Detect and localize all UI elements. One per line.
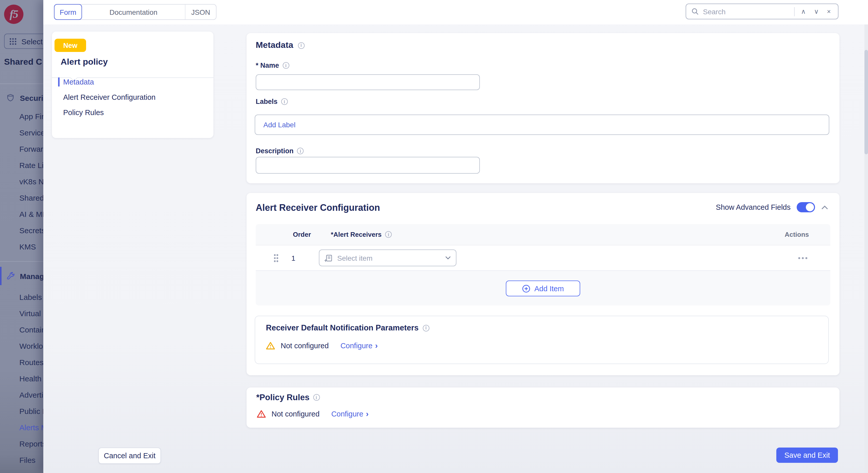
sidebar-item-labels[interactable]: Labels	[0, 289, 43, 305]
row-actions-menu-icon[interactable]	[798, 256, 808, 259]
table-row: 1 Select item	[256, 245, 830, 271]
select-placeholder: Select item	[337, 254, 441, 262]
select-item-icon	[324, 254, 333, 262]
sidebar-item-ai-ml[interactable]: AI & ML	[0, 206, 43, 222]
search-input[interactable]: Search	[703, 7, 790, 15]
receivers-table-footer: Add Item	[256, 271, 830, 306]
search-divider	[795, 7, 795, 16]
description-label: Description	[256, 147, 294, 155]
alert-receiver-configuration-section: Alert Receiver Configuration Show Advanc…	[247, 193, 839, 375]
workspace-title: Shared C	[4, 57, 42, 67]
receiver-defaults-title: Receiver Default Notification Parameters	[266, 323, 419, 333]
sidebar-item-secrets[interactable]: Secrets	[0, 222, 43, 238]
new-badge: New	[55, 39, 86, 52]
row-order-value: 1	[291, 254, 302, 262]
f5-logo-text: f5	[10, 8, 18, 21]
step-policy-rules[interactable]: Policy Rules	[52, 105, 213, 120]
sidebar-item-vk8s-n[interactable]: vK8s N	[0, 173, 43, 189]
info-icon[interactable]: i	[281, 98, 288, 105]
receiver-defaults-configure-link[interactable]: Configure ›	[341, 342, 378, 350]
sidebar-item-public-i[interactable]: Public I	[0, 403, 43, 419]
sidebar-item-files[interactable]: Files	[0, 452, 43, 468]
info-icon[interactable]: i	[385, 231, 392, 238]
shield-icon	[6, 93, 15, 103]
sidebar-item-rate-li[interactable]: Rate Li	[0, 157, 43, 173]
step-alert-receiver-configuration[interactable]: Alert Receiver Configuration	[52, 90, 213, 105]
receivers-table-header: Order *Alert Receivers i Actions	[256, 224, 830, 245]
name-input[interactable]	[256, 74, 480, 90]
search-close-icon[interactable]: ×	[825, 8, 833, 15]
labels-input[interactable]: Add Label	[255, 115, 829, 135]
sidebar-item-forwar[interactable]: Forwar	[0, 140, 43, 157]
chevron-down-icon	[445, 256, 451, 260]
sidebar-item-contain[interactable]: Contain	[0, 321, 43, 338]
sidebar-item-kms[interactable]: KMS	[0, 238, 43, 255]
sidebar-divider	[0, 84, 43, 84]
add-label-button[interactable]: Add Label	[264, 121, 296, 129]
show-advanced-fields-label: Show Advanced Fields	[716, 203, 790, 211]
receivers-table: Order *Alert Receivers i Actions	[256, 224, 830, 306]
scrollbar-track[interactable]	[864, 25, 868, 473]
save-and-exit-button[interactable]: Save and Exit	[776, 447, 838, 463]
sidebar-item-routes[interactable]: Routes	[0, 354, 43, 370]
search-icon	[691, 8, 699, 15]
sidebar-section-label: Securi	[20, 93, 43, 102]
policy-rules-configure-link[interactable]: Configure ›	[331, 410, 369, 418]
policy-rules-section: *Policy Rules i Not configured Configure…	[247, 387, 839, 428]
col-actions: Actions	[785, 231, 809, 238]
labels-label: Labels	[256, 98, 278, 105]
collapse-chevron-icon[interactable]	[821, 205, 828, 210]
info-icon[interactable]: i	[297, 148, 304, 154]
scrollbar-thumb[interactable]	[864, 50, 868, 154]
sidebar-item-health[interactable]: Health	[0, 370, 43, 386]
search-box[interactable]: Search ∧ ∨ ×	[686, 4, 838, 19]
info-icon[interactable]: i	[313, 394, 320, 401]
namespace-select-label: Select	[21, 37, 42, 45]
info-icon[interactable]: i	[423, 324, 429, 331]
sidebar-divider	[0, 261, 43, 262]
receiver-defaults-card: Receiver Default Notification Parameters…	[255, 316, 829, 364]
sidebar-item-alerts-m[interactable]: Alerts M	[0, 419, 43, 435]
col-order: Order	[293, 231, 311, 238]
alert-receiver-select[interactable]: Select item	[319, 250, 457, 266]
sidebar-item-workloa[interactable]: Workloa	[0, 338, 43, 354]
tab-documentation[interactable]: Documentation	[82, 5, 185, 19]
namespace-select-button[interactable]: Select	[4, 34, 43, 49]
tab-form[interactable]: Form	[54, 4, 82, 20]
tab-json[interactable]: JSON	[185, 5, 216, 19]
sidebar-item-virtual[interactable]: Virtual	[0, 305, 43, 321]
error-icon	[257, 410, 266, 418]
sidebar-manage-items: LabelsVirtualContainWorkloaRoutesHealthA…	[0, 289, 43, 468]
form-panel: Form Documentation JSON Search ∧ ∨ × New	[43, 0, 868, 473]
show-advanced-fields-toggle[interactable]	[797, 202, 815, 212]
metadata-title: Metadata	[256, 40, 293, 51]
arc-title: Alert Receiver Configuration	[256, 202, 380, 213]
view-tabs: Form Documentation JSON	[54, 4, 216, 20]
metadata-section: Metadata i * Name i Labels i Add Label D…	[247, 33, 839, 183]
sidebar-item-reports[interactable]: Reports	[0, 435, 43, 452]
name-label: * Name	[256, 62, 279, 69]
step-metadata[interactable]: Metadata	[52, 74, 213, 90]
stepper-card: New Alert policy Metadata Alert Receiver…	[52, 32, 213, 138]
chevron-right-icon: ›	[366, 410, 369, 418]
description-input[interactable]	[256, 157, 480, 174]
f5-logo[interactable]: f5	[4, 5, 24, 24]
sidebar-item-app-fir[interactable]: App Fir	[0, 108, 43, 124]
find-previous-icon[interactable]: ∧	[799, 8, 808, 15]
policy-rules-title: *Policy Rules	[256, 392, 309, 402]
sidebar-item-shared[interactable]: Shared	[0, 189, 43, 206]
sidebar-item-service[interactable]: Service	[0, 124, 43, 140]
cancel-and-exit-button[interactable]: Cancel and Exit	[98, 447, 161, 464]
sidebar-item-adverti[interactable]: Adverti	[0, 386, 43, 403]
drag-handle-icon[interactable]	[273, 253, 279, 262]
sidebar-section-label: Manag	[20, 272, 43, 280]
warning-icon	[266, 342, 275, 350]
chevron-right-icon: ›	[375, 342, 378, 350]
find-next-icon[interactable]: ∨	[812, 8, 821, 15]
info-icon[interactable]: i	[283, 62, 289, 69]
sidebar-section-security[interactable]: Securi	[0, 88, 43, 108]
info-icon[interactable]: i	[298, 42, 304, 49]
sidebar-section-manage[interactable]: Manag	[0, 266, 43, 286]
add-item-button[interactable]: Add Item	[506, 281, 580, 296]
policy-rules-status: Not configured	[272, 410, 320, 418]
